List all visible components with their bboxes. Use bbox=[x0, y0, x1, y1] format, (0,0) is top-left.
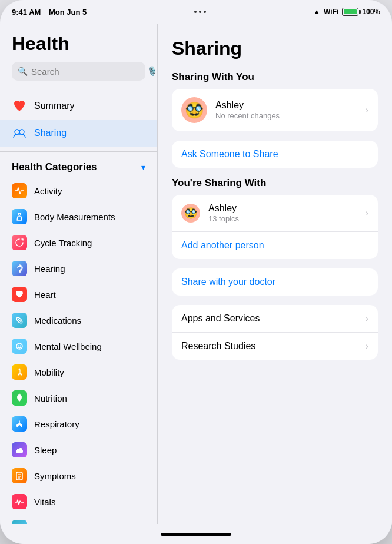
apps-research-card: Apps and Services › Research Studies › bbox=[172, 305, 378, 360]
dot2 bbox=[199, 11, 201, 13]
category-cycle-tracking[interactable]: Cycle Tracking bbox=[0, 230, 157, 256]
ask-someone-link[interactable]: Ask Someone to Share bbox=[181, 149, 278, 159]
sharing-nav-icon bbox=[12, 125, 27, 141]
home-bar-line bbox=[161, 533, 231, 536]
status-time: 9:41 AM Mon Jun 5 bbox=[12, 8, 87, 16]
mental-label: Mental Wellbeing bbox=[34, 341, 102, 351]
search-input[interactable] bbox=[31, 67, 143, 77]
mic-icon[interactable]: 🎙️ bbox=[147, 66, 158, 77]
nutrition-label: Nutrition bbox=[34, 393, 67, 403]
ashley-sub-sharing-with-you: No recent changes bbox=[215, 111, 357, 120]
svg-point-8 bbox=[20, 345, 21, 346]
ashley-name-sharing-with-you: Ashley bbox=[215, 100, 357, 111]
other-icon bbox=[12, 520, 27, 524]
activity-icon bbox=[12, 183, 27, 198]
category-mental-wellbeing[interactable]: Mental Wellbeing bbox=[0, 333, 157, 359]
category-other-data[interactable]: Other Data bbox=[0, 515, 157, 524]
device-frame: 9:41 AM Mon Jun 5 ▲ WiFi 100% Health 🔍 bbox=[0, 0, 392, 544]
category-vitals[interactable]: Vitals bbox=[0, 489, 157, 515]
time-display: 9:41 AM bbox=[12, 8, 41, 16]
category-symptoms[interactable]: Symptoms bbox=[0, 463, 157, 489]
research-studies-row[interactable]: Research Studies › bbox=[172, 333, 378, 360]
category-body-measurements[interactable]: Body Measurements bbox=[0, 204, 157, 230]
status-right: ▲ WiFi 100% bbox=[313, 8, 380, 16]
ashley-name-youre-sharing: Ashley bbox=[208, 203, 357, 214]
svg-point-9 bbox=[19, 369, 21, 370]
apps-services-chevron: › bbox=[366, 313, 368, 324]
main-panel: Sharing Sharing With You 🥸 Ashley No rec… bbox=[158, 24, 392, 524]
add-another-person-item[interactable]: Add another person bbox=[172, 232, 378, 259]
category-heart[interactable]: Heart bbox=[0, 281, 157, 307]
ashley-chevron-youre-sharing: › bbox=[366, 208, 368, 218]
youre-sharing-label: You're Sharing With bbox=[172, 177, 378, 189]
mental-icon bbox=[12, 339, 27, 354]
sidebar-header: Health 🔍 🎙️ bbox=[0, 33, 157, 88]
body-icon bbox=[12, 209, 27, 224]
sharing-with-you-label: Sharing With You bbox=[172, 71, 378, 83]
cycle-icon bbox=[12, 235, 27, 250]
dot3 bbox=[204, 11, 206, 13]
sleep-icon bbox=[12, 442, 27, 457]
mobility-label: Mobility bbox=[34, 367, 64, 377]
sharing-ashley-you-item[interactable]: 🥸 Ashley 13 topics › bbox=[172, 195, 378, 232]
sidebar-item-summary[interactable]: Summary bbox=[0, 92, 157, 120]
battery-icon bbox=[342, 8, 358, 16]
sharing-label: Sharing bbox=[34, 128, 67, 138]
svg-rect-10 bbox=[16, 450, 23, 453]
summary-label: Summary bbox=[34, 101, 74, 111]
category-nutrition[interactable]: Nutrition bbox=[0, 385, 157, 411]
content-area: Health 🔍 🎙️ Summary bbox=[0, 24, 392, 524]
vitals-label: Vitals bbox=[34, 497, 55, 507]
symptoms-label: Symptoms bbox=[34, 471, 76, 481]
category-mobility[interactable]: Mobility bbox=[0, 359, 157, 385]
search-icon: 🔍 bbox=[18, 67, 28, 76]
category-sleep[interactable]: Sleep bbox=[0, 437, 157, 463]
wifi-icon: ▲ bbox=[313, 8, 320, 16]
status-center bbox=[194, 11, 206, 13]
hearing-label: Hearing bbox=[34, 264, 65, 274]
symptoms-icon bbox=[12, 468, 27, 483]
ashley-sub-youre-sharing: 13 topics bbox=[208, 214, 357, 223]
health-categories-section: Health Categories ▾ Activity Body Measur… bbox=[0, 157, 157, 524]
health-categories-header[interactable]: Health Categories ▾ bbox=[0, 157, 157, 178]
category-medications[interactable]: Medications bbox=[0, 307, 157, 333]
svg-point-0 bbox=[15, 130, 19, 134]
share-doctor-link[interactable]: Share with your doctor bbox=[181, 277, 275, 287]
ashley-info-youre-sharing: Ashley 13 topics bbox=[208, 203, 357, 223]
category-hearing[interactable]: Hearing bbox=[0, 256, 157, 281]
add-another-person-link[interactable]: Add another person bbox=[181, 240, 264, 251]
battery-fill bbox=[344, 9, 357, 14]
search-bar[interactable]: 🔍 🎙️ bbox=[12, 62, 145, 81]
date-display: Mon Jun 5 bbox=[49, 8, 87, 16]
ashley-chevron-sharing-with-you: › bbox=[366, 105, 368, 115]
sidebar-item-sharing[interactable]: Sharing bbox=[0, 120, 157, 147]
svg-point-1 bbox=[19, 130, 24, 134]
vitals-icon bbox=[12, 494, 27, 509]
svg-point-7 bbox=[18, 345, 19, 346]
cycle-label: Cycle Tracking bbox=[34, 238, 92, 248]
category-respiratory[interactable]: Respiratory bbox=[0, 411, 157, 437]
health-categories-title: Health Categories bbox=[12, 161, 97, 173]
sidebar-title: Health bbox=[12, 33, 145, 55]
respiratory-icon bbox=[12, 416, 27, 432]
svg-point-3 bbox=[19, 271, 20, 273]
svg-rect-11 bbox=[17, 449, 19, 450]
ask-someone-card[interactable]: Ask Someone to Share bbox=[172, 141, 378, 168]
ashley-emoji-small: 🥸 bbox=[184, 208, 197, 218]
home-bar bbox=[0, 524, 392, 544]
wifi-label: WiFi bbox=[324, 8, 338, 16]
heart-icon bbox=[12, 287, 27, 302]
sharing-with-you-card: 🥸 Ashley No recent changes › bbox=[172, 89, 378, 131]
sharing-ashley-item[interactable]: 🥸 Ashley No recent changes › bbox=[172, 89, 378, 131]
battery-label: 100% bbox=[362, 8, 380, 16]
category-activity[interactable]: Activity bbox=[0, 178, 157, 204]
nav-items: Summary Sharing bbox=[0, 88, 157, 152]
nutrition-icon bbox=[12, 390, 27, 406]
research-studies-label: Research Studies bbox=[181, 341, 255, 351]
respiratory-label: Respiratory bbox=[34, 419, 79, 429]
mobility-icon bbox=[12, 364, 27, 380]
apps-services-row[interactable]: Apps and Services › bbox=[172, 305, 378, 333]
share-doctor-card[interactable]: Share with your doctor bbox=[172, 268, 378, 296]
hearing-icon bbox=[12, 261, 27, 276]
activity-label: Activity bbox=[34, 186, 62, 196]
